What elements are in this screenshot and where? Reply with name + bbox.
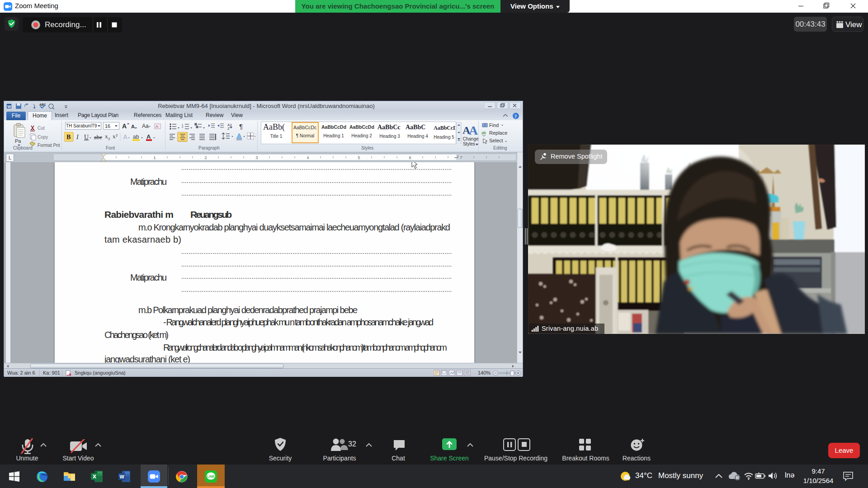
svg-text:Matiprachu: Matiprachu [130, 272, 167, 282]
svg-text:Pa: Pa [15, 138, 21, 144]
svg-text:A: A [123, 133, 127, 141]
svg-text:5: 5 [358, 155, 360, 160]
svg-text:m.b Polkarnprakuad planghyai d: m.b Polkarnprakuad planghyai dedenradabp… [138, 305, 358, 315]
svg-text:7: 7 [460, 155, 462, 160]
svg-text:Copy: Copy [38, 135, 48, 140]
svg-text:x: x [113, 133, 116, 140]
svg-text:ab: ab [133, 134, 139, 140]
svg-text:Matiprachu: Matiprachu [130, 177, 167, 187]
svg-text:3: 3 [255, 155, 258, 160]
svg-text:Aa: Aa [142, 123, 149, 129]
svg-text:A: A [156, 124, 158, 129]
svg-text:Rabiebvarathi m: Rabiebvarathi m [104, 209, 174, 220]
svg-text:A: A [146, 133, 151, 140]
svg-text:W: W [120, 474, 125, 479]
svg-text:U: U [84, 134, 89, 141]
svg-text:abe: abe [94, 134, 102, 141]
svg-text:x: x [105, 133, 108, 140]
svg-text:2: 2 [204, 155, 207, 160]
svg-text:Replace: Replace [489, 130, 507, 136]
svg-text:- Rangwalchanalerd planghyaiph: - Rangwalchanalerd planghyaiphuephak mu … [163, 317, 434, 327]
svg-text:LINE: LINE [208, 475, 215, 478]
svg-text:m.o Krongkarnyokradab planghya: m.o Krongkarnyokradab planghyai duaykset… [138, 222, 450, 232]
svg-text:A: A [469, 123, 478, 137]
svg-text:W: W [7, 104, 11, 109]
svg-text:Find: Find [489, 122, 499, 128]
svg-text:¶: ¶ [239, 122, 243, 130]
svg-text:B: B [66, 134, 71, 141]
svg-text:Z: Z [227, 127, 230, 131]
svg-text:I: I [76, 134, 79, 141]
svg-text:Format Pnt: Format Pnt [38, 143, 60, 148]
svg-text:ab: ab [481, 131, 486, 135]
svg-text:A: A [131, 124, 135, 129]
svg-text:jangwadsurathani (ket e): jangwadsurathani (ket e) [104, 354, 190, 363]
svg-text:6: 6 [409, 155, 411, 160]
svg-text:Select: Select [489, 138, 503, 143]
svg-text:2: 2 [116, 133, 118, 137]
svg-text:4: 4 [307, 155, 309, 160]
svg-text:?: ? [514, 114, 517, 119]
svg-text:32: 32 [348, 440, 356, 448]
svg-text:Cut: Cut [38, 126, 45, 131]
svg-text:2: 2 [108, 137, 110, 141]
svg-text:A: A [122, 122, 127, 130]
svg-text:tam ekasarnaeb b): tam ekasarnaeb b) [104, 235, 181, 244]
svg-text:Reuangsub: Reuangsub [190, 209, 232, 220]
svg-text:Chachengsao (ket m): Chachengsao (ket m) [104, 330, 169, 340]
svg-text:Rangwalrongchanalerd andab o p: Rangwalrongchanalerd andab o planghyaipa… [163, 343, 447, 352]
svg-text:1: 1 [153, 155, 156, 160]
svg-text:2: 2 [182, 126, 184, 128]
